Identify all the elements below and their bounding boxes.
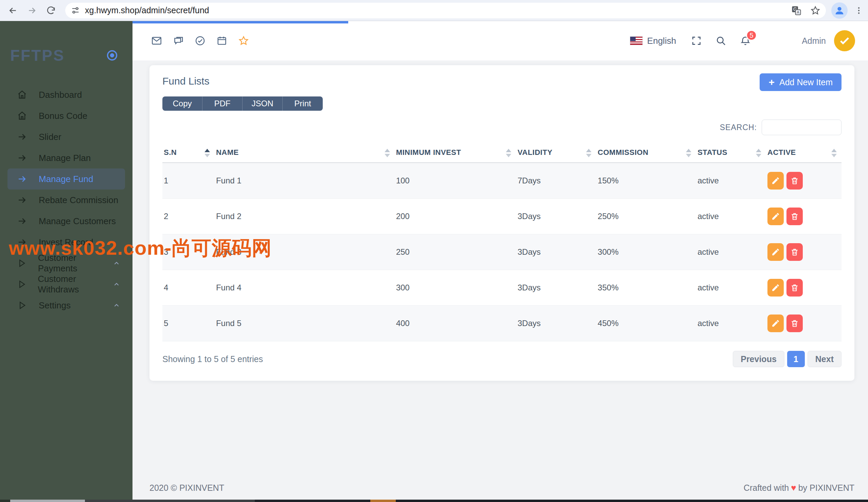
cell-status: active [696,199,766,234]
browser-back-button[interactable] [6,4,20,17]
sort-carets-icon [205,149,210,157]
column-header-s-n[interactable]: S.N [162,142,215,163]
cell-minimum-invest: 200 [395,199,516,234]
sort-carets-icon [831,149,837,157]
pagination-previous-button[interactable]: Previous [733,351,784,367]
column-header-minimum-invest[interactable]: MINIMUM INVEST [395,142,516,163]
arrow-right-icon [16,153,28,163]
column-header-active[interactable]: ACTIVE [766,142,841,163]
table-header-row: S.NNAMEMINIMUM INVESTVALIDITYCOMMISSIONS… [162,142,841,163]
language-selector[interactable]: English [647,36,676,46]
site-settings-icon[interactable] [71,6,80,15]
sidebar-toggle-icon[interactable] [105,49,119,62]
address-bar[interactable]: xg.hwym.shop/admin/secret/fund GA [65,3,826,18]
edit-button[interactable] [767,208,784,225]
cell-status: active [696,163,766,199]
notification-badge: 5 [746,30,757,41]
export-json-button[interactable]: JSON [242,96,283,111]
sidebar-nav: DashboardBonus CodeSliderManage PlanMana… [0,84,133,316]
home-icon [16,111,28,121]
table-row: 2Fund 22003Days250%active [162,199,841,234]
delete-button[interactable] [786,243,803,261]
column-header-commission[interactable]: COMMISSION [596,142,696,163]
arrow-right-icon [16,132,28,142]
pagination-next-button[interactable]: Next [807,351,841,367]
cell-validity: 3Days [516,306,596,341]
sort-carets-icon [384,149,390,157]
pencil-icon [771,248,780,257]
crafted-text: Crafted with♥by PIXINVENT [744,483,855,493]
sidebar-item-settings[interactable]: Settings [8,295,125,316]
cell-commission: 150% [596,163,696,199]
chevron-up-icon [113,281,120,288]
cell-s-n: 4 [162,270,215,306]
cell-commission: 250% [596,199,696,234]
pencil-icon [771,283,780,292]
bookmark-star-icon[interactable] [810,6,820,15]
app-logo[interactable]: FFTPS [10,46,65,64]
edit-button[interactable] [767,172,784,189]
browser-menu-icon[interactable] [855,6,863,15]
watermark-text: www.sk032.com-尚可源码网 [9,235,272,262]
cell-actions [766,199,841,234]
browser-reload-button[interactable] [44,4,58,17]
chat-icon[interactable] [173,35,184,46]
edit-button[interactable] [767,314,784,332]
search-icon[interactable] [715,35,726,46]
user-name[interactable]: Admin [802,36,826,46]
sidebar-item-rebate-commission[interactable]: Rebate Commission [8,189,125,211]
export-pdf-button[interactable]: PDF [203,96,242,111]
pencil-icon [771,319,780,328]
cell-actions [766,270,841,306]
star-icon[interactable] [238,35,249,46]
delete-button[interactable] [786,208,803,225]
cell-minimum-invest: 400 [395,306,516,341]
sort-carets-icon [506,149,511,157]
fullscreen-icon[interactable] [691,35,702,46]
notifications-button[interactable]: 5 [740,35,751,46]
sidebar-item-manage-customers[interactable]: Manage Customers [8,211,125,232]
sidebar-item-bonus-code[interactable]: Bonus Code [8,105,125,126]
pagination-page-1-button[interactable]: 1 [787,351,805,367]
us-flag-icon[interactable] [630,37,642,45]
delete-button[interactable] [786,172,803,189]
edit-button[interactable] [767,279,784,296]
delete-button[interactable] [786,314,803,332]
export-button-group: CopyPDFJSONPrint [162,96,323,111]
sidebar-item-dashboard[interactable]: Dashboard [8,84,125,105]
add-new-item-button[interactable]: + Add New Item [760,73,841,91]
table-search-input[interactable] [762,119,841,135]
browser-profile-avatar[interactable] [831,2,848,19]
column-header-validity[interactable]: VALIDITY [516,142,596,163]
cell-status: active [696,306,766,341]
edit-button[interactable] [767,243,784,261]
cell-commission: 300% [596,234,696,270]
cell-status: active [696,270,766,306]
sidebar-item-slider[interactable]: Slider [8,126,125,147]
browser-forward-button[interactable] [25,4,39,17]
cell-validity: 3Days [516,234,596,270]
cell-minimum-invest: 250 [395,234,516,270]
sidebar-item-manage-fund[interactable]: Manage Fund [8,168,125,189]
cell-s-n: 1 [162,163,215,199]
sidebar-item-customer-withdraws[interactable]: Customer Withdraws [8,274,125,295]
mail-icon[interactable] [151,35,162,46]
table-row: 1Fund 11007Days150%active [162,163,841,199]
column-header-name[interactable]: NAME [215,142,395,163]
pagination: Previous 1 Next [733,351,841,367]
svg-text:A: A [797,10,799,14]
app-header: English 5 Admin [133,21,868,61]
delete-button[interactable] [786,279,803,296]
user-avatar[interactable] [834,30,855,51]
url-text[interactable]: xg.hwym.shop/admin/secret/fund [85,6,791,15]
check-circle-icon[interactable] [195,35,206,46]
cell-minimum-invest: 300 [395,270,516,306]
column-header-status[interactable]: STATUS [696,142,766,163]
calendar-icon[interactable] [216,35,227,46]
export-copy-button[interactable]: Copy [162,96,203,111]
sidebar-item-manage-plan[interactable]: Manage Plan [8,147,125,168]
export-print-button[interactable]: Print [283,96,323,111]
copyright-text: 2020 © PIXINVENT [149,483,224,493]
sort-carets-icon [686,149,691,157]
translate-icon[interactable]: GA [791,6,802,15]
